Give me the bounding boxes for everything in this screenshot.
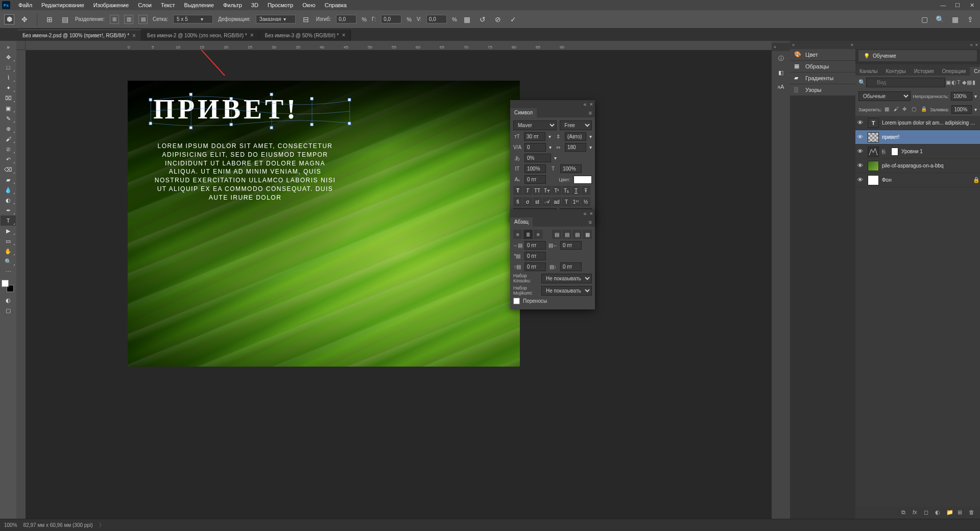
eraser-tool[interactable]: ⌫: [1, 164, 16, 175]
allcaps-button[interactable]: TT: [533, 186, 542, 195]
crop-tool[interactable]: ⌧: [1, 93, 16, 103]
maximize-button[interactable]: ☐: [951, 1, 964, 10]
learn-button[interactable]: 💡 Обучение: [858, 50, 977, 61]
align-right-button[interactable]: ≡: [534, 230, 543, 239]
justify-right-button[interactable]: ▤: [572, 230, 582, 239]
tracking-input[interactable]: [565, 143, 586, 152]
strip-collapse[interactable]: »: [774, 44, 776, 50]
filter-smart-icon[interactable]: ▦: [967, 79, 972, 86]
stylistic-button[interactable]: ad: [552, 197, 561, 206]
hyphenate-checkbox[interactable]: [513, 298, 520, 304]
bold-button[interactable]: T: [513, 186, 522, 195]
split-cols-icon[interactable]: ▥: [124, 15, 133, 24]
canvas-area[interactable]: 0 5 10 15 20 25 30 35 40 45 50 55 60 65 …: [16, 41, 772, 519]
layers-filter-search[interactable]: [866, 78, 945, 87]
visibility-toggle[interactable]: 👁: [857, 162, 865, 170]
ordinals-button[interactable]: 1ˢᵗ: [571, 197, 581, 206]
visibility-toggle[interactable]: 👁: [857, 119, 865, 127]
edit-toolbar[interactable]: ⋯: [1, 267, 16, 277]
healing-brush-tool[interactable]: ⊕: [1, 124, 16, 134]
space-after-input[interactable]: [560, 262, 582, 271]
ruler-vertical[interactable]: [16, 50, 26, 519]
underline-button[interactable]: T: [571, 186, 581, 195]
share-icon[interactable]: ⇪: [965, 14, 976, 25]
eyedropper-tool[interactable]: ✎: [1, 113, 16, 124]
opacity-input[interactable]: 100%: [951, 92, 972, 101]
new-layer-icon[interactable]: ⊞: [958, 509, 965, 516]
font-style-select[interactable]: Free: [560, 120, 592, 130]
visibility-toggle[interactable]: 👁: [857, 148, 865, 155]
cancel-transform-icon[interactable]: ⊘: [493, 14, 503, 25]
ligatures-button[interactable]: fi: [513, 197, 522, 206]
lock-transparency-icon[interactable]: ▦: [885, 106, 891, 113]
group-icon[interactable]: 📁: [946, 509, 953, 516]
adjustment-layer-icon[interactable]: ◐: [935, 509, 942, 516]
col-b-close[interactable]: ×: [975, 42, 978, 47]
gradients-panel-button[interactable]: ▰Градиенты: [790, 73, 855, 84]
menu-view[interactable]: Просмотр: [264, 1, 297, 9]
baseline-input[interactable]: [524, 175, 546, 184]
layer-row[interactable]: 👁 ⎘ Уровни 1: [855, 144, 980, 159]
kinsoku-select[interactable]: Не показывать: [541, 274, 592, 283]
commit-transform-icon[interactable]: ✓: [508, 14, 518, 25]
menu-3d[interactable]: 3D: [247, 1, 262, 9]
layer-row[interactable]: 👁 привет!: [855, 130, 980, 144]
search-icon[interactable]: 🔍: [934, 14, 945, 25]
document-tab-3[interactable]: Без имени-3 @ 50% (RGB/8#) * ×: [260, 30, 351, 41]
quick-mask-toggle[interactable]: ◐: [1, 295, 16, 305]
ruler-horizontal[interactable]: 0 5 10 15 20 25 30 35 40 45 50 55 60 65 …: [26, 41, 772, 50]
text-tool[interactable]: T: [1, 215, 16, 226]
superscript-button[interactable]: T¹: [552, 186, 561, 195]
minimize-button[interactable]: —: [937, 1, 949, 10]
grid-select[interactable]: 5 x 5 ▾: [173, 15, 213, 23]
split-horiz-icon[interactable]: ▤: [60, 14, 70, 25]
shape-tool[interactable]: ▭: [1, 236, 16, 246]
layer-row[interactable]: 👁 Фон 🔒: [855, 173, 980, 187]
close-button[interactable]: ✕: [966, 1, 978, 10]
space-before-input[interactable]: [524, 262, 546, 271]
tool-preset-icon[interactable]: ⬢: [4, 14, 14, 25]
visibility-toggle[interactable]: 👁: [857, 177, 865, 184]
tab-layers[interactable]: Слои: [970, 67, 980, 76]
italic-button[interactable]: T: [523, 186, 532, 195]
menu-edit[interactable]: Редактирование: [37, 1, 88, 9]
menu-filter[interactable]: Фильтр: [219, 1, 246, 9]
split-3x3-icon[interactable]: ⊞: [110, 15, 119, 24]
tab-close-2[interactable]: ×: [250, 32, 254, 39]
fill-input[interactable]: 100%: [951, 105, 972, 114]
indent-left-input[interactable]: [524, 241, 546, 250]
menu-image[interactable]: Изображение: [89, 1, 133, 9]
text-color-swatch[interactable]: [573, 176, 592, 184]
titling-button[interactable]: T: [562, 197, 571, 206]
headline-text[interactable]: ПРИВЕТ!: [153, 93, 299, 125]
para-panel-collapse[interactable]: «: [583, 210, 586, 216]
mojikumi-select[interactable]: Не показывать: [541, 286, 592, 296]
contextual-button[interactable]: σ: [523, 197, 532, 206]
layer-style-icon[interactable]: fx: [913, 509, 920, 516]
lock-position-icon[interactable]: ✥: [902, 106, 909, 113]
menu-layers[interactable]: Слои: [134, 1, 156, 9]
document-info[interactable]: 82,97 мм x 60,96 мм (300 ppi): [23, 522, 93, 528]
properties-icon[interactable]: ⓘ: [773, 52, 788, 65]
menu-select[interactable]: Выделение: [180, 1, 218, 9]
history-brush-tool[interactable]: ↶: [1, 154, 16, 164]
character-dock-icon[interactable]: aA: [773, 80, 788, 93]
clone-stamp-tool[interactable]: ⎚: [1, 144, 16, 154]
filter-shape-icon[interactable]: ◆: [962, 79, 967, 86]
warp-select[interactable]: Заказная ▾: [256, 15, 296, 23]
strikethrough-button[interactable]: Ŧ: [581, 186, 590, 195]
para-panel-close[interactable]: ×: [590, 210, 593, 216]
justify-all-button[interactable]: ▦: [583, 230, 592, 239]
tsume-input[interactable]: [524, 154, 551, 162]
layer-row[interactable]: 👁 pile-of-asparagus-on-a-bbq: [855, 159, 980, 173]
blend-mode-select[interactable]: Обычные: [858, 91, 911, 101]
tab-paths[interactable]: Контуры: [882, 67, 910, 76]
filter-toggle[interactable]: ▮: [972, 79, 977, 86]
justify-center-button[interactable]: ▤: [562, 230, 571, 239]
leading-input[interactable]: [565, 132, 586, 141]
dodge-tool[interactable]: ◐: [1, 195, 16, 205]
filter-adjust-icon[interactable]: ◐: [951, 79, 957, 86]
font-family-select[interactable]: Maver: [513, 120, 557, 130]
path-selection-tool[interactable]: ▶: [1, 226, 16, 236]
smallcaps-button[interactable]: Tᴛ: [542, 186, 552, 195]
